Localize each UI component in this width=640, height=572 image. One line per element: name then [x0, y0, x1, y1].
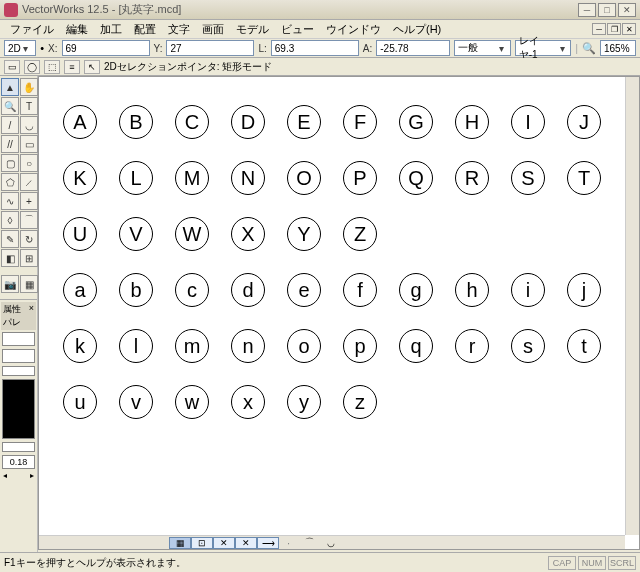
circle-lower-l[interactable]: l [119, 329, 153, 363]
menu-file[interactable]: ファイル [4, 22, 60, 37]
reshape-tool[interactable]: ◊ [1, 211, 19, 229]
arc-tool[interactable]: ◡ [20, 116, 38, 134]
menu-text[interactable]: 文字 [162, 22, 196, 37]
circle-upper-E[interactable]: E [287, 105, 321, 139]
pen-swatch[interactable] [2, 379, 35, 439]
menu-place[interactable]: 配置 [128, 22, 162, 37]
circle-lower-y[interactable]: y [287, 385, 321, 419]
double-line-tool[interactable]: // [1, 135, 19, 153]
circle-lower-j[interactable]: j [567, 273, 601, 307]
circle-lower-p[interactable]: p [343, 329, 377, 363]
toolopt-rect[interactable]: ▭ [4, 60, 20, 74]
close-button[interactable]: ✕ [618, 3, 636, 17]
class-select[interactable]: 一般▾ [454, 40, 510, 56]
menu-edit[interactable]: 編集 [60, 22, 94, 37]
circle-upper-D[interactable]: D [231, 105, 265, 139]
circle-tool[interactable]: ○ [20, 154, 38, 172]
mode-select[interactable]: 2D▾ [4, 40, 36, 56]
circle-lower-w[interactable]: w [175, 385, 209, 419]
circle-lower-b[interactable]: b [119, 273, 153, 307]
selection-tool[interactable]: ▲ [1, 78, 19, 96]
attr-close-button[interactable]: × [29, 303, 34, 329]
rect-tool[interactable]: ▭ [20, 135, 38, 153]
toolopt-point[interactable]: ≡ [64, 60, 80, 74]
circle-lower-o[interactable]: o [287, 329, 321, 363]
marker-start[interactable]: ◂ [3, 471, 7, 480]
circle-upper-B[interactable]: B [119, 105, 153, 139]
camera-tool[interactable]: 📷 [1, 275, 19, 293]
circle-upper-R[interactable]: R [455, 161, 489, 195]
circle-lower-e[interactable]: e [287, 273, 321, 307]
symbol-tool[interactable]: ⊞ [20, 249, 38, 267]
marker-end[interactable]: ▸ [30, 471, 34, 480]
x-input[interactable] [62, 40, 150, 56]
circle-upper-Q[interactable]: Q [399, 161, 433, 195]
maximize-button[interactable]: □ [598, 3, 616, 17]
circle-upper-X[interactable]: X [231, 217, 265, 251]
circle-lower-a[interactable]: a [63, 273, 97, 307]
line-weight-value[interactable]: 0.18 [2, 455, 35, 469]
snap-grid-button[interactable]: ▦ [169, 537, 191, 549]
snap-distance-button[interactable]: ⟶ [257, 537, 279, 549]
circle-lower-n[interactable]: n [231, 329, 265, 363]
minimize-button[interactable]: ─ [578, 3, 596, 17]
circle-lower-g[interactable]: g [399, 273, 433, 307]
circle-upper-U[interactable]: U [63, 217, 97, 251]
fill-swatch[interactable] [2, 332, 35, 346]
circle-upper-C[interactable]: C [175, 105, 209, 139]
circle-upper-S[interactable]: S [511, 161, 545, 195]
vertical-scrollbar[interactable] [625, 77, 639, 535]
circle-upper-F[interactable]: F [343, 105, 377, 139]
circle-lower-t[interactable]: t [567, 329, 601, 363]
circle-upper-P[interactable]: P [343, 161, 377, 195]
fill-pattern-swatch[interactable] [2, 349, 35, 363]
circle-lower-r[interactable]: r [455, 329, 489, 363]
toolopt-poly[interactable]: ⬚ [44, 60, 60, 74]
zoom-input[interactable] [600, 40, 636, 56]
drawing-canvas[interactable]: ABCDEFGHIJKLMNOPQRSTUVWXYZabcdefghijklmn… [49, 87, 625, 535]
menu-model[interactable]: モデル [230, 22, 275, 37]
rounded-rect-tool[interactable]: ▢ [1, 154, 19, 172]
circle-upper-K[interactable]: K [63, 161, 97, 195]
a-input[interactable] [376, 40, 450, 56]
circle-upper-I[interactable]: I [511, 105, 545, 139]
circle-lower-d[interactable]: d [231, 273, 265, 307]
l-input[interactable] [271, 40, 359, 56]
line-style-swatch[interactable] [2, 366, 35, 376]
line-weight-swatch[interactable] [2, 442, 35, 452]
circle-lower-m[interactable]: m [175, 329, 209, 363]
circle-upper-M[interactable]: M [175, 161, 209, 195]
mdi-close-button[interactable]: ✕ [622, 23, 636, 35]
circle-lower-k[interactable]: k [63, 329, 97, 363]
circle-upper-L[interactable]: L [119, 161, 153, 195]
menu-help[interactable]: ヘルプ(H) [387, 22, 447, 37]
circle-lower-u[interactable]: u [63, 385, 97, 419]
line-tool[interactable]: / [1, 116, 19, 134]
circle-upper-Z[interactable]: Z [343, 217, 377, 251]
circle-upper-H[interactable]: H [455, 105, 489, 139]
circle-upper-G[interactable]: G [399, 105, 433, 139]
polyline-tool[interactable]: ⟋ [20, 173, 38, 191]
circle-lower-z[interactable]: z [343, 385, 377, 419]
toolopt-lasso[interactable]: ◯ [24, 60, 40, 74]
rotate-tool[interactable]: ↻ [20, 230, 38, 248]
locus-tool[interactable]: + [20, 192, 38, 210]
circle-upper-Y[interactable]: Y [287, 217, 321, 251]
snap-tangent-button[interactable]: ⌒ [298, 537, 320, 549]
toolopt-cursor[interactable]: ↖ [84, 60, 100, 74]
fillet-tool[interactable]: ⌒ [20, 211, 38, 229]
zoom-tool[interactable]: 🔍 [1, 97, 19, 115]
circle-upper-T[interactable]: T [567, 161, 601, 195]
circle-lower-v[interactable]: v [119, 385, 153, 419]
freehand-tool[interactable]: ∿ [1, 192, 19, 210]
circle-upper-J[interactable]: J [567, 105, 601, 139]
snap-object-button[interactable]: ⊡ [191, 537, 213, 549]
circle-lower-s[interactable]: s [511, 329, 545, 363]
mirror-tool[interactable]: ◧ [1, 249, 19, 267]
circle-lower-c[interactable]: c [175, 273, 209, 307]
layer-select[interactable]: レイヤ-1▾ [515, 40, 571, 56]
menu-view[interactable]: ビュー [275, 22, 320, 37]
circle-lower-f[interactable]: f [343, 273, 377, 307]
menu-window[interactable]: ウインドウ [320, 22, 387, 37]
snap-edge-button[interactable]: ◡ [320, 537, 342, 549]
